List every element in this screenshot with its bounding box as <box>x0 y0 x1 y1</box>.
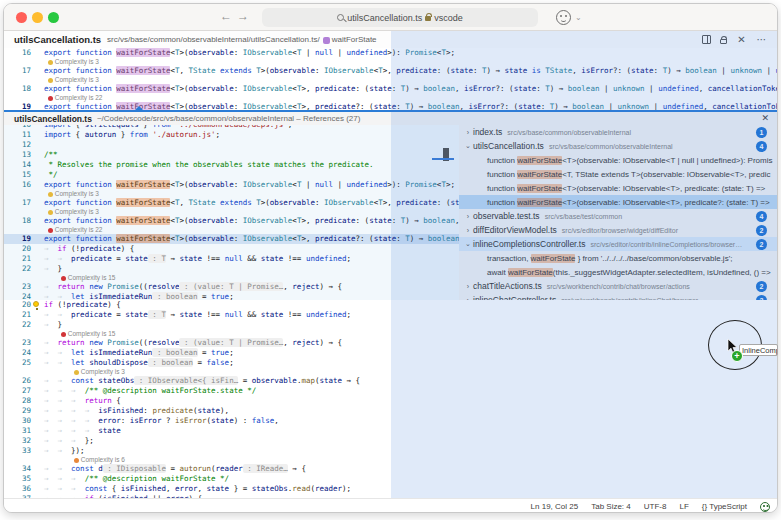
code-line[interactable]: 20if (!predicate) { <box>4 300 778 310</box>
tree-file-row[interactable]: ⌄inlineCompletionsController.tssrc/vs/ed… <box>459 237 778 251</box>
chevron-right-icon[interactable]: › <box>463 129 473 136</box>
line-number[interactable]: 20 <box>4 244 31 254</box>
chevron-down-icon[interactable]: ⌄ <box>575 13 582 22</box>
line-number[interactable]: 20 <box>4 300 31 310</box>
line-number[interactable]: 18 <box>4 216 31 226</box>
code-line[interactable]: 29→ → → → isFinished: predicate(state), <box>4 406 778 416</box>
line-number[interactable]: 12 <box>4 140 31 150</box>
complexity-annotation[interactable]: Complexity is 6 <box>4 456 778 464</box>
code-line[interactable]: 24→ → let isImmediateRun : boolean = tru… <box>4 348 778 358</box>
chevron-right-icon[interactable]: › <box>463 213 473 220</box>
code-line[interactable]: 30→ → → → error: isError ? isError(state… <box>4 416 778 426</box>
code-line[interactable]: 21→ → predicate = state : T ⇒ state !== … <box>4 310 778 320</box>
tree-reference-row[interactable]: function waitForState<T>(observable: IOb… <box>459 195 778 209</box>
line-number[interactable]: 21 <box>4 310 31 320</box>
tree-reference-row[interactable]: function waitForState<T, TState extends … <box>459 167 778 181</box>
back-button[interactable]: ← <box>219 9 233 23</box>
chevron-right-icon[interactable]: › <box>463 283 473 290</box>
line-number[interactable]: 19 <box>4 102 31 110</box>
chevron-down-icon[interactable]: ⌄ <box>463 240 473 248</box>
browser-profile-icon[interactable] <box>556 10 571 25</box>
tree-file-row[interactable]: ›index.tssrc/vs/base/common/observableIn… <box>459 125 778 139</box>
code-line[interactable]: 22→ } <box>4 320 778 330</box>
address-bar[interactable]: utilsCancellation.ts vscode <box>262 8 538 27</box>
line-number[interactable]: 32 <box>4 436 31 446</box>
tree-file-row[interactable]: ›observable.test.tssrc/vs/base/test/comm… <box>459 209 778 223</box>
traffic-light-zoom[interactable] <box>48 12 59 23</box>
lock-editor-icon[interactable] <box>720 39 727 44</box>
code-line[interactable]: 36→ → → const { isFinished, error, state… <box>4 484 778 494</box>
line-number[interactable]: 22 <box>4 320 31 330</box>
line-number[interactable]: 11 <box>4 130 31 140</box>
line-number[interactable]: 28 <box>4 396 31 406</box>
status-item-3[interactable]: LF <box>679 502 688 511</box>
line-number[interactable]: 33 <box>4 446 31 456</box>
line-number[interactable]: 23 <box>4 282 31 292</box>
complexity-annotation[interactable]: Complexity is 22 <box>4 94 778 102</box>
traffic-light-minimize[interactable] <box>32 12 43 23</box>
line-number[interactable]: 26 <box>4 376 31 386</box>
traffic-light-close[interactable] <box>16 12 27 23</box>
line-number[interactable]: 27 <box>4 386 31 396</box>
close-editor-icon[interactable]: ✕ <box>736 34 747 45</box>
line-number[interactable]: 30 <box>4 416 31 426</box>
line-number[interactable]: 23 <box>4 338 31 348</box>
code-line[interactable]: 26→ → const stateObs : IObservable<{ isF… <box>4 376 778 386</box>
forward-button[interactable]: → <box>236 9 250 23</box>
line-number[interactable]: 24 <box>4 348 31 358</box>
references-tree[interactable]: ›index.tssrc/vs/base/common/observableIn… <box>459 125 778 301</box>
complexity-annotation[interactable]: Complexity is 3 <box>4 58 778 66</box>
code-line[interactable]: 16export function waitForState<T>(observ… <box>4 48 778 58</box>
complexity-annotation[interactable]: Complexity is 3 <box>4 76 778 84</box>
line-number[interactable]: 13 <box>4 150 31 160</box>
code-line[interactable]: 18export function waitForState<T>(observ… <box>4 84 778 94</box>
code-line[interactable]: 34→ → const d : IDisposable = autorun(re… <box>4 464 778 474</box>
complexity-annotation[interactable]: Complexity is 15 <box>4 330 778 338</box>
feedback-smiley-icon[interactable] <box>760 502 770 512</box>
breadcrumb-symbol[interactable]: waitForState <box>332 35 377 44</box>
line-number[interactable]: 16 <box>4 180 31 190</box>
breadcrumb-path[interactable]: src/vs/base/common/observableInternal/ut… <box>107 35 320 44</box>
code-line[interactable]: 25→ → let shouldDispose : boolean = fals… <box>4 358 778 368</box>
line-number[interactable]: 14 <box>4 160 31 170</box>
tree-reference-row[interactable]: function waitForState<T>(observable: IOb… <box>459 181 778 195</box>
line-number[interactable]: 35 <box>4 474 31 484</box>
line-number[interactable]: 21 <box>4 254 31 264</box>
line-number[interactable]: 17 <box>4 198 31 208</box>
complexity-annotation[interactable]: Complexity is 3 <box>4 368 778 376</box>
tree-reference-row[interactable]: transaction, waitForState } from '../../… <box>459 251 778 265</box>
code-line[interactable]: 17export function waitForState<T, TState… <box>4 66 778 76</box>
editor-bottom[interactable]: 20if (!predicate) {21→ → predicate = sta… <box>4 300 778 498</box>
chevron-right-icon[interactable]: › <box>463 227 473 234</box>
code-line[interactable]: 35→ → → /** @description waitForState */ <box>4 474 778 484</box>
line-number[interactable]: 31 <box>4 426 31 436</box>
line-number[interactable]: 15 <box>4 170 31 180</box>
line-number[interactable]: 16 <box>4 48 31 58</box>
split-editor-icon[interactable] <box>702 35 711 44</box>
status-item-4[interactable]: {} TypeScript <box>702 502 747 511</box>
code-line[interactable]: 23→ return new Promise((resolve : (value… <box>4 338 778 348</box>
tree-file-row[interactable]: ›diffEditorViewModel.tssrc/vs/editor/bro… <box>459 223 778 237</box>
line-number[interactable]: 19 <box>4 234 31 244</box>
status-item-0[interactable]: Ln 19, Col 25 <box>531 502 579 511</box>
line-number[interactable]: 17 <box>4 66 31 76</box>
line-number[interactable]: 18 <box>4 84 31 94</box>
code-line[interactable]: 19export function waitForState<T>(observ… <box>4 102 778 110</box>
code-line[interactable]: 33→ → }); <box>4 446 778 456</box>
editor-top[interactable]: 16export function waitForState<T>(observ… <box>4 48 778 110</box>
tree-reference-row[interactable]: function waitForState<T>(observable: IOb… <box>459 153 778 167</box>
line-number[interactable]: 25 <box>4 358 31 368</box>
peek-header[interactable]: utilsCancellation.ts ~/Code/vscode/src/v… <box>4 112 778 125</box>
tree-reference-row[interactable]: await waitForState(this._suggestWidgetAd… <box>459 265 778 279</box>
code-line[interactable]: 32→ → → }; <box>4 436 778 446</box>
tree-file-row[interactable]: ⌄utilsCancellation.tssrc/vs/base/common/… <box>459 139 778 153</box>
status-item-1[interactable]: Tab Size: 4 <box>591 502 631 511</box>
line-number[interactable]: 22 <box>4 264 31 274</box>
chevron-down-icon[interactable]: ⌄ <box>463 142 473 150</box>
peek-close-icon[interactable]: ✕ <box>761 113 769 123</box>
line-number[interactable]: 29 <box>4 406 31 416</box>
lightbulb-icon[interactable] <box>33 301 39 307</box>
line-number[interactable]: 36 <box>4 484 31 494</box>
tree-file-row[interactable]: ›chatTitleActions.tssrc/vs/workbench/con… <box>459 279 778 293</box>
code-line[interactable]: 28→ → → return { <box>4 396 778 406</box>
